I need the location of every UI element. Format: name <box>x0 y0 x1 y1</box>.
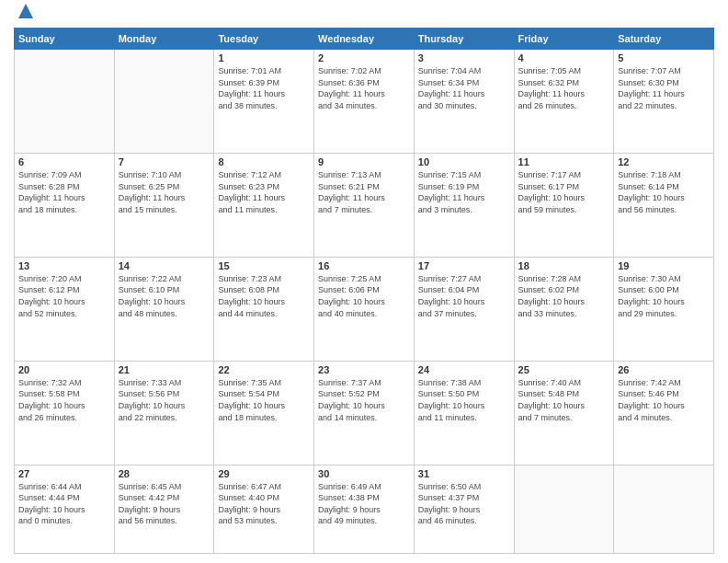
calendar-cell: 28Sunrise: 6:45 AMSunset: 4:42 PMDayligh… <box>114 465 214 553</box>
day-info: Sunrise: 7:35 AMSunset: 5:54 PMDaylight:… <box>218 377 310 423</box>
day-info: Sunrise: 7:30 AMSunset: 6:00 PMDaylight:… <box>618 273 710 319</box>
day-info: Sunrise: 6:44 AMSunset: 4:44 PMDaylight:… <box>18 481 110 527</box>
day-number: 24 <box>418 364 510 375</box>
week-row-2: 6Sunrise: 7:09 AMSunset: 6:28 PMDaylight… <box>15 153 714 257</box>
calendar-cell: 18Sunrise: 7:28 AMSunset: 6:02 PMDayligh… <box>514 257 614 361</box>
calendar-cell <box>614 465 714 553</box>
calendar-cell: 27Sunrise: 6:44 AMSunset: 4:44 PMDayligh… <box>15 465 115 553</box>
day-info: Sunrise: 7:33 AMSunset: 5:56 PMDaylight:… <box>119 377 210 423</box>
calendar-cell: 13Sunrise: 7:20 AMSunset: 6:12 PMDayligh… <box>15 257 115 361</box>
calendar-cell: 25Sunrise: 7:40 AMSunset: 5:48 PMDayligh… <box>514 361 614 465</box>
day-number: 17 <box>418 260 510 271</box>
weekday-header-row: SundayMondayTuesdayWednesdayThursdayFrid… <box>15 29 714 50</box>
day-number: 15 <box>218 260 310 271</box>
calendar-cell: 22Sunrise: 7:35 AMSunset: 5:54 PMDayligh… <box>214 361 314 465</box>
day-info: Sunrise: 7:05 AMSunset: 6:32 PMDaylight:… <box>518 65 610 111</box>
day-number: 16 <box>318 260 410 271</box>
day-number: 12 <box>618 156 710 167</box>
day-number: 28 <box>119 468 210 479</box>
day-info: Sunrise: 7:40 AMSunset: 5:48 PMDaylight:… <box>518 377 610 423</box>
calendar-cell: 9Sunrise: 7:13 AMSunset: 6:21 PMDaylight… <box>314 153 415 257</box>
calendar-cell: 7Sunrise: 7:10 AMSunset: 6:25 PMDaylight… <box>114 153 214 257</box>
day-number: 7 <box>119 156 210 167</box>
day-number: 13 <box>18 260 110 271</box>
day-info: Sunrise: 7:01 AMSunset: 6:39 PMDaylight:… <box>218 65 310 111</box>
day-number: 10 <box>418 156 510 167</box>
day-info: Sunrise: 6:49 AMSunset: 4:38 PMDaylight:… <box>318 481 410 527</box>
calendar-cell: 11Sunrise: 7:17 AMSunset: 6:17 PMDayligh… <box>514 153 614 257</box>
weekday-tuesday: Tuesday <box>214 29 314 50</box>
svg-marker-0 <box>18 4 33 18</box>
day-info: Sunrise: 7:17 AMSunset: 6:17 PMDaylight:… <box>518 169 610 215</box>
day-info: Sunrise: 7:27 AMSunset: 6:04 PMDaylight:… <box>418 273 510 319</box>
day-number: 1 <box>218 52 310 63</box>
week-row-3: 13Sunrise: 7:20 AMSunset: 6:12 PMDayligh… <box>15 257 714 361</box>
week-row-5: 27Sunrise: 6:44 AMSunset: 4:44 PMDayligh… <box>15 465 714 553</box>
day-info: Sunrise: 7:10 AMSunset: 6:25 PMDaylight:… <box>119 169 210 215</box>
day-info: Sunrise: 6:47 AMSunset: 4:40 PMDaylight:… <box>218 481 310 527</box>
calendar-cell: 26Sunrise: 7:42 AMSunset: 5:46 PMDayligh… <box>614 361 714 465</box>
weekday-friday: Friday <box>514 29 614 50</box>
page: SundayMondayTuesdayWednesdayThursdayFrid… <box>0 0 728 563</box>
calendar-cell: 31Sunrise: 6:50 AMSunset: 4:37 PMDayligh… <box>414 465 514 553</box>
day-number: 29 <box>218 468 310 479</box>
calendar-cell: 6Sunrise: 7:09 AMSunset: 6:28 PMDaylight… <box>15 153 115 257</box>
day-info: Sunrise: 6:45 AMSunset: 4:42 PMDaylight:… <box>119 481 210 527</box>
calendar-cell: 5Sunrise: 7:07 AMSunset: 6:30 PMDaylight… <box>614 50 714 154</box>
day-info: Sunrise: 7:15 AMSunset: 6:19 PMDaylight:… <box>418 169 510 215</box>
day-number: 30 <box>318 468 410 479</box>
calendar-cell: 23Sunrise: 7:37 AMSunset: 5:52 PMDayligh… <box>314 361 415 465</box>
calendar-cell: 10Sunrise: 7:15 AMSunset: 6:19 PMDayligh… <box>414 153 514 257</box>
logo <box>14 9 35 20</box>
day-info: Sunrise: 7:32 AMSunset: 5:58 PMDaylight:… <box>18 377 110 423</box>
calendar-cell: 15Sunrise: 7:23 AMSunset: 6:08 PMDayligh… <box>214 257 314 361</box>
calendar-cell: 1Sunrise: 7:01 AMSunset: 6:39 PMDaylight… <box>214 50 314 154</box>
day-info: Sunrise: 7:38 AMSunset: 5:50 PMDaylight:… <box>418 377 510 423</box>
day-number: 6 <box>18 156 110 167</box>
header <box>14 9 714 20</box>
calendar-cell <box>15 50 115 154</box>
day-info: Sunrise: 7:02 AMSunset: 6:36 PMDaylight:… <box>318 65 410 111</box>
calendar-cell: 30Sunrise: 6:49 AMSunset: 4:38 PMDayligh… <box>314 465 415 553</box>
calendar-cell: 29Sunrise: 6:47 AMSunset: 4:40 PMDayligh… <box>214 465 314 553</box>
calendar: SundayMondayTuesdayWednesdayThursdayFrid… <box>14 28 714 554</box>
day-info: Sunrise: 7:37 AMSunset: 5:52 PMDaylight:… <box>318 377 410 423</box>
day-info: Sunrise: 6:50 AMSunset: 4:37 PMDaylight:… <box>418 481 510 527</box>
calendar-cell: 20Sunrise: 7:32 AMSunset: 5:58 PMDayligh… <box>15 361 115 465</box>
day-number: 23 <box>318 364 410 375</box>
day-number: 4 <box>518 52 610 63</box>
calendar-cell: 16Sunrise: 7:25 AMSunset: 6:06 PMDayligh… <box>314 257 415 361</box>
logo-icon <box>17 2 35 20</box>
day-number: 20 <box>18 364 110 375</box>
day-info: Sunrise: 7:22 AMSunset: 6:10 PMDaylight:… <box>119 273 210 319</box>
weekday-saturday: Saturday <box>614 29 714 50</box>
day-number: 9 <box>318 156 410 167</box>
day-number: 14 <box>119 260 210 271</box>
weekday-wednesday: Wednesday <box>314 29 415 50</box>
calendar-cell: 3Sunrise: 7:04 AMSunset: 6:34 PMDaylight… <box>414 50 514 154</box>
day-number: 3 <box>418 52 510 63</box>
day-number: 18 <box>518 260 610 271</box>
day-number: 25 <box>518 364 610 375</box>
calendar-cell: 8Sunrise: 7:12 AMSunset: 6:23 PMDaylight… <box>214 153 314 257</box>
day-info: Sunrise: 7:18 AMSunset: 6:14 PMDaylight:… <box>618 169 710 215</box>
day-info: Sunrise: 7:23 AMSunset: 6:08 PMDaylight:… <box>218 273 310 319</box>
day-info: Sunrise: 7:20 AMSunset: 6:12 PMDaylight:… <box>18 273 110 319</box>
day-info: Sunrise: 7:13 AMSunset: 6:21 PMDaylight:… <box>318 169 410 215</box>
day-info: Sunrise: 7:25 AMSunset: 6:06 PMDaylight:… <box>318 273 410 319</box>
calendar-cell: 24Sunrise: 7:38 AMSunset: 5:50 PMDayligh… <box>414 361 514 465</box>
week-row-1: 1Sunrise: 7:01 AMSunset: 6:39 PMDaylight… <box>15 50 714 154</box>
day-number: 11 <box>518 156 610 167</box>
calendar-cell: 19Sunrise: 7:30 AMSunset: 6:00 PMDayligh… <box>614 257 714 361</box>
calendar-cell: 4Sunrise: 7:05 AMSunset: 6:32 PMDaylight… <box>514 50 614 154</box>
calendar-cell: 14Sunrise: 7:22 AMSunset: 6:10 PMDayligh… <box>114 257 214 361</box>
calendar-cell <box>514 465 614 553</box>
day-info: Sunrise: 7:12 AMSunset: 6:23 PMDaylight:… <box>218 169 310 215</box>
day-number: 21 <box>119 364 210 375</box>
weekday-thursday: Thursday <box>414 29 514 50</box>
day-info: Sunrise: 7:04 AMSunset: 6:34 PMDaylight:… <box>418 65 510 111</box>
calendar-cell: 17Sunrise: 7:27 AMSunset: 6:04 PMDayligh… <box>414 257 514 361</box>
day-number: 27 <box>18 468 110 479</box>
day-number: 22 <box>218 364 310 375</box>
calendar-cell: 2Sunrise: 7:02 AMSunset: 6:36 PMDaylight… <box>314 50 415 154</box>
